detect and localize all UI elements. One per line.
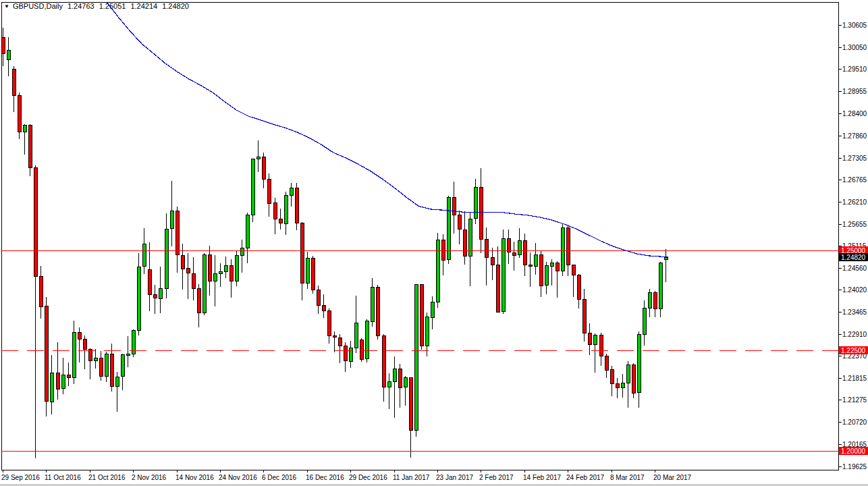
candle-body <box>181 255 184 269</box>
candle-body <box>290 188 293 195</box>
candle-body <box>561 227 564 271</box>
candle-body <box>121 354 124 376</box>
candle-body <box>371 287 374 321</box>
candle-body <box>436 240 439 302</box>
candle-body <box>317 290 320 305</box>
candle-body <box>496 265 499 312</box>
candle-body <box>105 354 108 376</box>
ohlc-high-value: 1.25051 <box>99 2 126 10</box>
candle-body <box>616 383 619 387</box>
y-axis-label: 1.30605 <box>842 22 867 29</box>
y-axis-label: 1.24020 <box>842 286 867 294</box>
x-axis-label: 11 Oct 2016 <box>45 474 81 481</box>
price-chart[interactable]: 1.306051.300501.295101.289551.284001.278… <box>0 0 868 486</box>
candle-body <box>256 157 260 159</box>
candle-body <box>39 276 43 306</box>
candle-body <box>643 308 646 334</box>
candle-body <box>246 215 249 248</box>
candle-body <box>376 287 379 335</box>
price-badge: 1.22500 <box>839 346 868 354</box>
x-axis[interactable]: 29 Sep 201611 Oct 201621 Oct 20162 Nov 2… <box>1 470 692 481</box>
candle <box>251 159 254 222</box>
candle-body <box>605 356 608 370</box>
candle-body <box>354 323 358 348</box>
y-axis[interactable]: 1.306051.300501.295101.289551.284001.278… <box>839 22 867 470</box>
candle-body <box>213 273 217 281</box>
candle-body <box>338 338 342 346</box>
candle-body <box>83 339 86 349</box>
y-axis-label: 1.21815 <box>842 375 867 382</box>
candle-body <box>333 335 336 337</box>
candle-body <box>197 288 200 313</box>
candle-body <box>577 275 580 299</box>
plot-area[interactable] <box>2 3 839 470</box>
candle-body <box>365 321 369 358</box>
price-badge-label: 1.24820 <box>841 254 866 261</box>
candle-body <box>7 50 10 59</box>
candle-body <box>582 299 586 333</box>
candle-body <box>588 333 591 344</box>
candle-body <box>566 227 570 265</box>
candle-body <box>593 335 597 344</box>
y-axis-label: 1.28955 <box>842 88 867 95</box>
candle-body <box>300 223 304 283</box>
candle-body <box>165 229 168 288</box>
y-axis-label: 1.29510 <box>842 65 867 73</box>
candle-body <box>534 254 537 266</box>
candle <box>447 196 450 264</box>
candle-body <box>192 273 195 288</box>
candle <box>414 284 418 437</box>
x-axis-label: 23 Jan 2017 <box>436 474 473 481</box>
candle <box>659 262 662 317</box>
candle-body <box>501 238 505 311</box>
candle-body <box>621 383 624 387</box>
candle-body <box>485 239 488 257</box>
candle <box>365 319 369 362</box>
y-axis-label: 1.26765 <box>842 176 867 184</box>
y-axis-label: 1.30050 <box>842 44 867 51</box>
candle-body <box>295 188 298 223</box>
candle-body <box>414 284 418 430</box>
candle-body <box>153 294 157 298</box>
candle-body <box>132 330 135 354</box>
candle-body <box>18 95 21 132</box>
candle-body <box>273 202 277 219</box>
y-axis-label: 1.25655 <box>842 221 867 228</box>
candle-body <box>474 187 477 218</box>
chart-title-bar: ▼GBPUSD,Daily1.247631.250511.242141.2482… <box>4 2 189 10</box>
x-axis-label: 29 Sep 2016 <box>1 474 40 481</box>
candle-body <box>550 263 553 266</box>
price-badge-label: 1.20000 <box>841 448 866 455</box>
y-axis-label: 1.27305 <box>842 155 867 162</box>
x-axis-label: 8 Mar 2017 <box>610 474 645 481</box>
price-badge: 1.24820 <box>839 253 868 261</box>
candle-body <box>528 265 532 266</box>
y-axis-label: 1.23465 <box>842 308 867 316</box>
candle <box>376 285 379 340</box>
candle-body <box>50 373 53 402</box>
candle-body <box>387 381 391 387</box>
candle-body <box>441 240 445 260</box>
candle-body <box>632 364 635 393</box>
candle-body <box>126 354 130 355</box>
symbol-dropdown-icon[interactable]: ▼ <box>4 3 9 9</box>
candle-body <box>610 369 614 383</box>
candle-body <box>572 265 575 275</box>
candle-body <box>28 125 32 167</box>
candle-body <box>452 197 456 215</box>
candle-body <box>229 265 233 281</box>
candle-body <box>468 219 472 256</box>
candle <box>45 297 48 416</box>
candle-body <box>349 348 352 361</box>
candle-body <box>311 258 315 290</box>
y-axis-label: 1.26210 <box>842 198 867 206</box>
candle-body <box>279 219 282 223</box>
candle-body <box>425 317 429 346</box>
candle-body <box>219 271 222 273</box>
ohlc-low-value: 1.24214 <box>130 2 157 10</box>
candle-body <box>284 195 288 223</box>
candle-body <box>431 302 434 317</box>
candle-body <box>599 335 603 356</box>
candle-body <box>12 69 16 95</box>
candle <box>420 284 423 350</box>
